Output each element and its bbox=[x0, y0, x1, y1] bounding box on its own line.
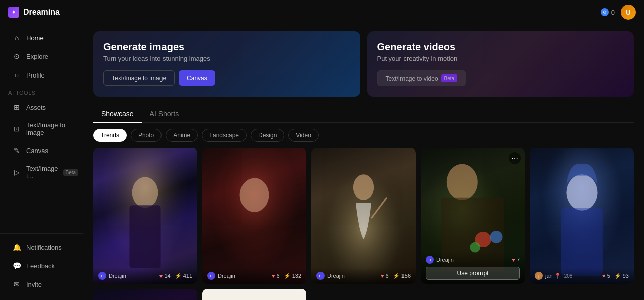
generate-videos-subtitle: Put your creativity in motion bbox=[377, 55, 624, 62]
svg-point-9 bbox=[353, 174, 374, 200]
gallery-item-neon-girl[interactable] bbox=[93, 289, 197, 300]
sidebar-item-home[interactable]: ⌂ Home bbox=[4, 29, 78, 47]
svg-rect-2 bbox=[129, 205, 160, 268]
filter-landscape[interactable]: Landscape bbox=[202, 129, 247, 142]
blue-girl-user: j jan 📍 208 bbox=[535, 272, 572, 280]
sidebar-item-assets[interactable]: ⊞ Assets bbox=[4, 98, 78, 116]
rainy-girl-svg bbox=[93, 148, 197, 284]
craftsman-likes: ♥ 7 bbox=[512, 257, 520, 263]
svg-point-1 bbox=[132, 177, 158, 208]
sketch-image bbox=[202, 289, 306, 300]
sidebar-item-profile[interactable]: ○ Profile bbox=[4, 66, 78, 84]
ai-tools-label: AI tools bbox=[0, 85, 83, 98]
svg-rect-11 bbox=[311, 289, 416, 300]
svg-rect-5 bbox=[202, 289, 306, 300]
tab-showcase[interactable]: Showcase bbox=[93, 106, 142, 123]
craftsman-more-btn[interactable]: ⋯ bbox=[509, 152, 521, 164]
blue-girl-username: jan 📍 bbox=[545, 273, 561, 279]
blue-girl-overlay: j jan 📍 208 ♥ 5 ⚡ 93 bbox=[530, 268, 634, 284]
videos-card-buttons: Text/Image to video Beta bbox=[377, 70, 624, 86]
app-logo[interactable]: ✦ Dreamina bbox=[0, 0, 83, 24]
ballerina-avatar: D bbox=[316, 272, 325, 280]
sidebar-item-notifications[interactable]: 🔔 Notifications bbox=[4, 238, 78, 256]
sidebar-item-explore[interactable]: ⊙ Explore bbox=[4, 47, 78, 65]
assets-icon: ⊞ bbox=[12, 103, 21, 112]
svg-point-16 bbox=[447, 164, 478, 200]
sidebar-item-invite[interactable]: ✉ Invite bbox=[4, 275, 78, 293]
gallery-item-red-girl[interactable]: D Dreajin ♥ 6 ⚡ 132 bbox=[202, 148, 306, 284]
sidebar-item-explore-label: Explore bbox=[26, 53, 48, 60]
generate-images-subtitle: Turn your ideas into stunning images bbox=[103, 55, 350, 62]
sidebar-item-home-label: Home bbox=[26, 34, 44, 42]
filter-anime[interactable]: Anime bbox=[166, 129, 198, 142]
red-girl-stats: ♥ 6 ⚡ 132 bbox=[272, 273, 301, 279]
red-girl-username: Dreajin bbox=[218, 273, 235, 279]
generate-videos-card: Generate videos Put your creativity in m… bbox=[367, 31, 634, 97]
use-prompt-button[interactable]: Use prompt bbox=[426, 267, 520, 280]
craftsman-user: D Dreajin bbox=[426, 256, 454, 264]
gallery-item-mandala[interactable] bbox=[311, 289, 416, 300]
filter-photo[interactable]: Photo bbox=[131, 129, 162, 142]
profile-icon: ○ bbox=[12, 70, 21, 80]
gallery-col-2: D Dreajin ♥ 6 ⚡ 132 bbox=[202, 148, 306, 300]
rainy-girl-stats: ♥ 14 ⚡ 411 bbox=[159, 273, 192, 279]
ballerina-user: D Dreajin bbox=[316, 272, 345, 280]
svg-point-19 bbox=[490, 231, 503, 243]
sidebar-item-canvas-label: Canvas bbox=[26, 147, 48, 155]
blue-girl-stats: ♥ 5 ⚡ 93 bbox=[602, 273, 629, 279]
rainy-girl-views: ⚡ 411 bbox=[175, 273, 192, 279]
sidebar-item-profile-label: Profile bbox=[26, 71, 45, 79]
text-video-button[interactable]: Text/Image to video Beta bbox=[377, 70, 466, 86]
tab-shorts[interactable]: AI Shorts bbox=[142, 106, 187, 123]
sidebar-item-text-image[interactable]: ⊡ Text/Image to image bbox=[4, 117, 78, 141]
header: ⚙ 0 U bbox=[83, 0, 644, 24]
rainy-girl-overlay: D Dreajin ♥ 14 ⚡ 411 bbox=[93, 268, 197, 284]
sidebar-nav: ⌂ Home ⊙ Explore ○ Profile AI tools ⊞ As… bbox=[0, 24, 83, 233]
logo-icon: ✦ bbox=[8, 7, 19, 18]
gallery-item-rainy-girl[interactable]: D Dreajin ♥ 14 ⚡ 411 bbox=[93, 148, 197, 284]
canvas-button[interactable]: Canvas bbox=[179, 70, 215, 86]
text-image-button[interactable]: Text/Image to image bbox=[103, 70, 175, 86]
red-girl-avatar: D bbox=[207, 272, 215, 280]
sidebar-item-invite-label: Invite bbox=[26, 281, 42, 288]
mandala-image bbox=[311, 289, 416, 300]
sidebar: ✦ Dreamina ⌂ Home ⊙ Explore ○ Profile AI… bbox=[0, 0, 83, 300]
images-card-buttons: Text/Image to image Canvas bbox=[103, 70, 350, 86]
gallery-item-blue-girl[interactable]: j jan 📍 208 ♥ 5 ⚡ 93 bbox=[530, 148, 634, 284]
gallery-col-3: D Dreajin ♥ 6 ⚡ 156 bbox=[311, 148, 416, 300]
neon-girl-image bbox=[93, 289, 197, 300]
craftsman-actions: D Dreajin ♥ 7 Use prompt bbox=[421, 252, 525, 284]
svg-rect-3 bbox=[202, 148, 306, 284]
credits-count: 0 bbox=[611, 9, 615, 16]
craftsman-avatar: D bbox=[426, 256, 434, 264]
app-name: Dreamina bbox=[23, 8, 60, 17]
svg-point-22 bbox=[566, 174, 597, 210]
filter-trends[interactable]: Trends bbox=[93, 129, 127, 142]
sidebar-item-feedback[interactable]: 💬 Feedback bbox=[4, 257, 78, 275]
user-avatar[interactable]: U bbox=[621, 5, 636, 20]
svg-rect-23 bbox=[561, 208, 603, 276]
sidebar-item-text-video[interactable]: ▷ Text/Image t... Beta bbox=[4, 160, 78, 184]
gallery-item-ballerina[interactable]: D Dreajin ♥ 6 ⚡ 156 bbox=[311, 148, 416, 284]
gallery-item-sketch[interactable] bbox=[202, 289, 306, 300]
hero-section: Generate images Turn your ideas into stu… bbox=[83, 24, 644, 104]
text-image-icon: ⊡ bbox=[12, 124, 21, 133]
sidebar-item-canvas[interactable]: ✎ Canvas bbox=[4, 141, 78, 160]
rainy-girl-username: Dreajin bbox=[109, 273, 126, 279]
feedback-icon: 💬 bbox=[12, 261, 21, 270]
rainy-girl-avatar: D bbox=[98, 272, 106, 280]
blue-girl-views: ⚡ 93 bbox=[614, 273, 629, 279]
gallery-item-craftsman[interactable]: ⋯ D Dreajin ♥ 7 Use prompt bbox=[421, 148, 525, 284]
blue-girl-image bbox=[530, 148, 634, 284]
sidebar-item-text-video-label: Text/Image t... bbox=[26, 165, 58, 180]
generate-videos-title: Generate videos bbox=[377, 41, 624, 53]
invite-icon: ✉ bbox=[12, 280, 21, 289]
rainy-girl-image bbox=[93, 148, 197, 284]
ballerina-likes: ♥ 6 bbox=[381, 273, 389, 279]
filter-design[interactable]: Design bbox=[251, 129, 284, 142]
svg-point-4 bbox=[240, 178, 269, 212]
blue-girl-likes: ♥ 5 bbox=[602, 273, 610, 279]
rainy-girl-likes: ♥ 14 bbox=[159, 273, 171, 279]
generate-images-card: Generate images Turn your ideas into stu… bbox=[93, 31, 360, 97]
filter-video[interactable]: Video bbox=[288, 129, 318, 142]
